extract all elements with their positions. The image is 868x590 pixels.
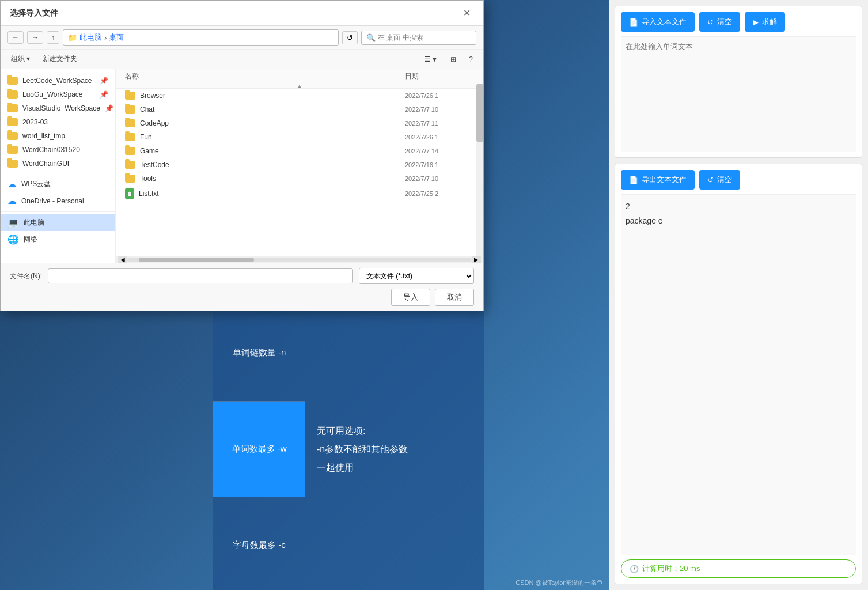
sidebar-item-2023[interactable]: 2023-03 [1, 115, 115, 129]
folder-icon [125, 92, 135, 100]
sidebar-item-onedrive[interactable]: ☁ OneDrive - Personal [1, 192, 115, 209]
vertical-scrollbar[interactable] [476, 84, 483, 256]
view-toggle-button[interactable]: ⊞ [447, 54, 460, 65]
scrollbar-thumb[interactable] [476, 84, 483, 142]
folder-icon [7, 160, 18, 168]
sidebar-item-luogu[interactable]: LuoGu_WorkSpace 📌 [1, 88, 115, 101]
dialog-titlebar: 选择导入文件 ✕ [1, 1, 483, 26]
sidebar-item-visualstudio[interactable]: VisualStudio_WorkSpace 📌 [1, 101, 115, 115]
nav-bar: ← → ↑ 📁 此电脑 › 桌面 ↺ 🔍 [1, 26, 483, 50]
view-icon: ☰▼ [424, 55, 438, 63]
file-dialog: 选择导入文件 ✕ ← → ↑ 📁 此电脑 › 桌面 ↺ 🔍 组织 ▾ 新建文件夹… [0, 0, 484, 311]
dialog-toolbar: 组织 ▾ 新建文件夹 ☰▼ ⊞ ? [1, 50, 483, 69]
solve-icon: ▶ [753, 18, 759, 27]
folder-icon [125, 161, 135, 169]
help-button[interactable]: ? [465, 54, 476, 65]
hscrollbar-thumb[interactable] [139, 258, 254, 262]
organize-button[interactable]: 组织 ▾ [7, 52, 33, 66]
sidebar-item-this-pc[interactable]: 💻 此电脑 [1, 214, 115, 231]
solve-button[interactable]: ▶ 求解 [745, 12, 785, 32]
list-item[interactable]: 📋 List.txt 2022/7/25 2 [116, 186, 483, 202]
folder-icon [125, 119, 135, 127]
pin-icon: 📌 [100, 77, 108, 85]
list-item[interactable]: Fun 2022/7/26 1 [116, 130, 483, 144]
nav-forward-button[interactable]: → [27, 31, 43, 44]
text-input-area[interactable] [621, 36, 856, 152]
import-text-button[interactable]: 📄 导入文本文件 [621, 12, 695, 32]
clear-output-button[interactable]: ↺ 清空 [699, 170, 740, 190]
option-max-words[interactable]: 单词数最多 -w [213, 402, 305, 498]
wps-cloud-icon: ☁ [7, 179, 17, 190]
options-panel: 单词链数量 -n 单词数最多 -w 字母数最多 -c 无可用选项: -n参数不能… [213, 305, 484, 590]
nav-refresh-button[interactable]: ↺ [342, 31, 358, 44]
app-panel: 📄 导入文本文件 ↺ 清空 ▶ 求解 📄 导出文本文件 ↺ [609, 0, 868, 590]
nav-back-button[interactable]: ← [7, 31, 24, 44]
folder-icon [125, 147, 135, 155]
folder-icon [7, 118, 18, 126]
search-input[interactable] [378, 33, 464, 41]
list-item[interactable]: Game 2022/7/7 14 [116, 144, 483, 158]
view-button[interactable]: ☰▼ [421, 54, 441, 65]
option-content: 无可用选项: -n参数不能和其他参数 一起使用 [305, 305, 484, 590]
pin-icon: 📌 [100, 90, 108, 99]
filename-label: 文件名(N): [10, 271, 42, 281]
output-section: 📄 导出文本文件 ↺ 清空 2 package e 🕐 计算用时：20 ms [615, 164, 862, 584]
sidebar-item-wordchaingui[interactable]: WordChainGUI [1, 157, 115, 171]
nav-path-desktop: 桌面 [109, 32, 124, 43]
list-item[interactable]: TestCode 2022/7/16 1 [116, 158, 483, 172]
sort-arrow: ▲ [297, 84, 302, 89]
export-file-icon: 📄 [629, 176, 638, 184]
txt-icon: 📋 [125, 188, 134, 199]
sidebar-item-wordchain1[interactable]: WordChain031520 [1, 143, 115, 157]
new-folder-button[interactable]: 新建文件夹 [39, 52, 81, 66]
clear-refresh-icon: ↺ [707, 176, 714, 184]
hscroll-left-button[interactable]: ◀ [118, 256, 127, 263]
filelist-header: 名称 日期 [116, 69, 483, 84]
nav-path-sep1: › [104, 33, 107, 42]
sidebar-item-wordlist[interactable]: word_list_tmp [1, 129, 115, 143]
nav-path-this-pc: 此电脑 [79, 32, 102, 43]
nav-path: 📁 此电脑 › 桌面 [63, 29, 339, 46]
option-max-letters[interactable]: 字母数最多 -c [213, 497, 305, 590]
timer-icon: 🕐 [630, 565, 639, 573]
dialog-filelist: 名称 日期 ▲ Browser 2022/7/26 1 Chat 2022/7/… [116, 69, 483, 263]
list-item[interactable]: Chat 2022/7/7 10 [116, 103, 483, 116]
filename-row: 文件名(N): 文本文件 (*.txt) [10, 268, 474, 284]
filename-input[interactable] [48, 268, 353, 283]
hscroll-right-button[interactable]: ▶ [472, 256, 481, 263]
option-word-chain-count[interactable]: 单词链数量 -n [213, 305, 305, 402]
dialog-bottom: 文件名(N): 文本文件 (*.txt) 导入 取消 [1, 263, 483, 311]
folder-icon [125, 133, 135, 141]
input-toolbar: 📄 导入文本文件 ↺ 清空 ▶ 求解 [621, 12, 856, 32]
cancel-button[interactable]: 取消 [435, 289, 474, 306]
computer-icon: 💻 [7, 217, 19, 228]
sidebar-item-wps[interactable]: ☁ WPS云盘 [1, 176, 115, 192]
horizontal-scrollbar[interactable]: ◀ ▶ [116, 256, 483, 263]
list-item[interactable]: Browser 2022/7/26 1 [116, 89, 483, 103]
timer-bar: 🕐 计算用时：20 ms [621, 559, 856, 578]
nav-path-computer: 📁 [68, 33, 77, 42]
folder-icon [7, 132, 18, 140]
list-item[interactable]: Tools 2022/7/7 10 [116, 172, 483, 186]
list-item[interactable]: CodeApp 2022/7/7 11 [116, 116, 483, 130]
nav-up-button[interactable]: ↑ [47, 31, 59, 44]
file-icon: 📄 [629, 18, 638, 27]
sidebar-item-network[interactable]: 🌐 网络 [1, 231, 115, 248]
dialog-sidebar: LeetCode_WorkSpace 📌 LuoGu_WorkSpace 📌 V… [1, 69, 116, 263]
export-text-button[interactable]: 📄 导出文本文件 [621, 170, 695, 190]
sidebar-item-leetcode[interactable]: LeetCode_WorkSpace 📌 [1, 74, 115, 88]
col-header-date: 日期 [405, 71, 474, 81]
watermark: CSDN @被Taylor淹没的一条鱼 [516, 578, 603, 587]
folder-icon [7, 104, 18, 112]
filelist-scroll[interactable]: ▲ Browser 2022/7/26 1 Chat 2022/7/7 10 C… [116, 84, 483, 256]
dialog-body: LeetCode_WorkSpace 📌 LuoGu_WorkSpace 📌 V… [1, 69, 483, 263]
folder-icon [125, 105, 135, 114]
option-sidebar: 单词链数量 -n 单词数最多 -w 字母数最多 -c [213, 305, 305, 590]
action-row: 导入 取消 [10, 289, 474, 306]
import-button[interactable]: 导入 [391, 289, 430, 306]
clear-input-button[interactable]: ↺ 清空 [699, 12, 740, 32]
network-icon: 🌐 [7, 234, 19, 245]
filetype-select[interactable]: 文本文件 (*.txt) [359, 268, 474, 284]
output-line1: 2 [626, 199, 851, 214]
dialog-close-button[interactable]: ✕ [460, 6, 474, 20]
